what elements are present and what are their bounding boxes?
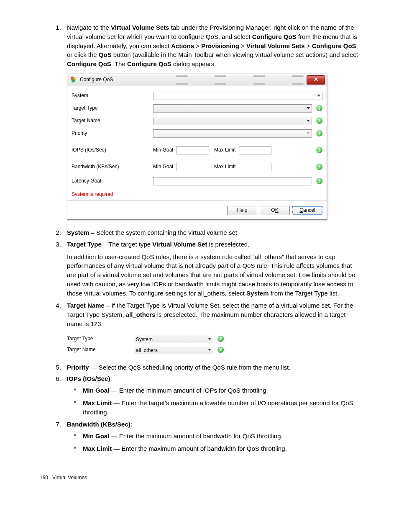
dialog-title: Configure QoS xyxy=(80,76,113,83)
cancel-button[interactable]: Cancel xyxy=(292,206,322,215)
step-6: IOPs (IOs/Sec): Min Goal — Enter the min… xyxy=(63,374,359,416)
help-icon[interactable]: ? xyxy=(217,347,224,353)
chevron-down-icon xyxy=(307,132,310,134)
iops-min-input[interactable] xyxy=(176,146,209,154)
app-icon xyxy=(71,77,77,83)
chevron-down-icon xyxy=(208,338,211,340)
titlebar[interactable]: Configure QoS ✕ xyxy=(67,74,327,86)
section-title: Virtual Volumes xyxy=(52,475,87,481)
help-icon[interactable]: ? xyxy=(316,105,322,111)
priority-select[interactable] xyxy=(153,129,312,138)
page-number: 160 xyxy=(40,475,48,481)
list-item: Min Goal — Enter the minimum amount of I… xyxy=(83,386,359,395)
bandwidth-min-input[interactable] xyxy=(176,163,209,171)
target-name-select[interactable]: all_others xyxy=(134,346,213,354)
list-item: Min Goal — Enter the minimum amount of b… xyxy=(83,432,359,441)
ok-button[interactable]: OK xyxy=(260,206,290,215)
iops-max-input[interactable] xyxy=(239,146,271,154)
list-item: Max Limit — Enter the maximum amount of … xyxy=(83,444,359,453)
max-limit-label: Max Limit xyxy=(214,163,235,170)
bandwidth-label: Bandwidth (KBs/Sec) xyxy=(72,163,153,170)
chevron-down-icon xyxy=(317,95,320,97)
text: Navigate to the xyxy=(67,24,111,31)
target-name-value: all_others xyxy=(136,347,158,354)
chevron-down-icon xyxy=(208,349,211,351)
chevron-down-icon xyxy=(307,107,310,109)
step-7: Bandwidth (KBs/Sec): Min Goal — Enter th… xyxy=(63,420,359,453)
close-icon: ✕ xyxy=(314,76,318,84)
priority-label: Priority xyxy=(72,130,153,137)
bold: Virtual Volume Sets xyxy=(111,24,169,31)
step-2: System – Select the system containing th… xyxy=(63,228,359,237)
help-button[interactable]: Help xyxy=(227,206,257,215)
target-type-value: System xyxy=(136,336,153,343)
configure-qos-dialog: Configure QoS ✕ System Target Type xyxy=(67,74,327,220)
target-name-label: Target Name xyxy=(72,117,153,124)
help-icon[interactable]: ? xyxy=(316,147,322,153)
help-icon[interactable]: ? xyxy=(316,178,322,184)
target-type-select[interactable] xyxy=(153,104,312,113)
chevron-down-icon xyxy=(307,120,310,122)
latency-input[interactable] xyxy=(153,177,312,185)
help-icon[interactable]: ? xyxy=(316,130,322,136)
step-5: Priority — Select the QoS scheduling pri… xyxy=(63,363,359,372)
system-label: System xyxy=(72,92,153,99)
target-name-select[interactable] xyxy=(153,117,312,125)
system-select[interactable] xyxy=(153,92,322,100)
separator xyxy=(67,200,327,201)
error-message: System is required xyxy=(72,191,322,198)
bandwidth-max-input[interactable] xyxy=(239,163,271,171)
page-footer: 160 Virtual Volumes xyxy=(40,474,359,481)
target-type-label: Target Type xyxy=(72,105,153,112)
min-goal-label: Min Goal xyxy=(153,163,173,170)
iops-label: IOPS (IOs/Sec) xyxy=(72,146,153,154)
min-goal-label: Min Goal xyxy=(153,146,173,154)
help-icon[interactable]: ? xyxy=(217,336,224,342)
target-type-label: Target Type xyxy=(67,335,134,342)
latency-label: Latency Goal xyxy=(72,177,153,185)
help-icon[interactable]: ? xyxy=(316,164,322,170)
titlebar-grips xyxy=(176,75,304,85)
step-3: Target Type – The target type Virtual Vo… xyxy=(63,240,359,298)
step-1: Navigate to the Virtual Volume Sets tab … xyxy=(63,23,359,220)
close-button[interactable]: ✕ xyxy=(307,75,325,85)
target-type-snippet: Target Type System ? Target Name all_oth… xyxy=(67,333,243,356)
max-limit-label: Max Limit xyxy=(214,146,235,154)
target-type-select[interactable]: System xyxy=(134,335,213,343)
list-item: Max Limit — Enter the target's maximum a… xyxy=(83,398,359,417)
target-name-label: Target Name xyxy=(67,346,134,353)
help-icon[interactable]: ? xyxy=(316,118,322,124)
step-4: Target Name – If the Target Type is Virt… xyxy=(63,301,359,356)
